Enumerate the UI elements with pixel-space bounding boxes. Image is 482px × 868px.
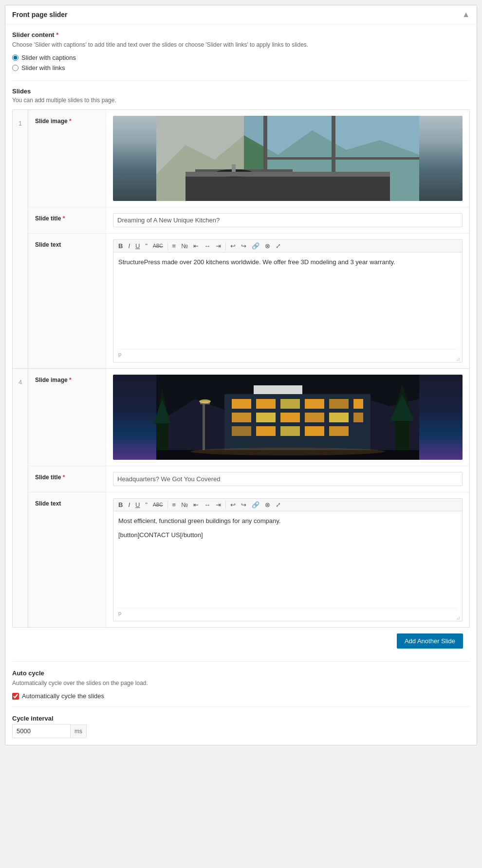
slide-image-svg-4 [113,375,463,460]
toolbar-ul-4[interactable]: ≡ [170,501,178,509]
toolbar-undo-4[interactable]: ↩ [228,501,238,509]
radio-links-label[interactable]: Slider with links [12,64,470,72]
toolbar-sep-4a [167,501,168,509]
svg-rect-35 [232,413,251,422]
toolbar-bold-1[interactable]: B [116,242,125,250]
panel-body: Slider content * Choose 'Slider with cap… [5,24,477,745]
toolbar-align-left-4[interactable]: ⇤ [191,501,201,509]
svg-rect-29 [232,399,251,409]
editor-content-1[interactable]: StructurePress made over 200 kitchens wo… [118,257,457,345]
toolbar-fullscreen-4[interactable]: ⤢ [274,501,283,509]
toolbar-ol-4[interactable]: № [179,501,190,509]
svg-rect-31 [280,399,300,409]
radio-captions-label[interactable]: Slider with captions [12,54,470,61]
toolbar-ol-1[interactable]: № [179,242,190,250]
toolbar-fullscreen-1[interactable]: ⤢ [274,242,283,250]
toolbar-align-right-1[interactable]: ⇥ [214,242,223,250]
slide-title-input-4[interactable] [113,472,463,486]
toolbar-redo-1[interactable]: ↪ [239,242,248,250]
svg-point-27 [199,399,211,403]
toolbar-italic-4[interactable]: I [126,501,132,509]
svg-rect-16 [185,172,390,177]
svg-rect-37 [280,413,300,422]
svg-rect-12 [185,174,390,201]
toolbar-align-right-4[interactable]: ⇥ [214,501,223,509]
slide-title-input-1[interactable] [113,213,463,227]
toolbar-strikethrough-4[interactable]: ABC [151,502,165,508]
resize-handle-1[interactable]: ⊿ [456,356,461,361]
image-input-col-1 [106,110,469,207]
slide-image-1[interactable] [113,116,463,201]
auto-cycle-checkbox-text: Automatically cycle the slides [22,692,104,700]
slide-image-4[interactable] [113,375,463,460]
toolbar-underline-4[interactable]: U [133,501,142,509]
auto-cycle-checkbox-label[interactable]: Automatically cycle the slides [12,692,470,700]
slider-content-title: Slider content * [12,31,470,38]
collapse-icon[interactable]: ▲ [462,10,470,19]
section-divider-1 [12,80,470,81]
slide-image-row-1: Slide image * [28,110,469,207]
svg-rect-32 [305,399,324,409]
svg-rect-48 [254,385,302,394]
radio-links-input[interactable] [12,65,19,71]
cycle-interval-input-group: ms [12,724,470,738]
image-label-1: Slide image * [28,110,106,207]
slider-type-radio-group: Slider with captions Slider with links [12,54,470,72]
toolbar-underline-1[interactable]: U [133,242,142,250]
toolbar-link-4[interactable]: 🔗 [250,501,261,509]
slide-title-row-1: Slide title * [28,207,469,234]
radio-captions-input[interactable] [12,54,19,61]
toolbar-redo-4[interactable]: ↪ [239,501,248,509]
svg-point-47 [190,448,385,455]
editor-area-1[interactable]: StructurePress made over 200 kitchens wo… [113,252,463,362]
toolbar-align-center-4[interactable]: ↔ [202,501,212,509]
cycle-interval-suffix: ms [71,724,87,738]
toolbar-align-center-1[interactable]: ↔ [202,242,212,250]
svg-rect-39 [329,413,349,422]
editor-text-4b: [button]CONTACT US[/button] [118,530,457,541]
slides-desc: You can add multiple slides to this page… [12,97,470,104]
toolbar-unlink-1[interactable]: ⊗ [263,242,272,250]
svg-rect-3 [161,121,185,127]
title-label-1: Slide title * [28,207,106,233]
cycle-interval-input[interactable] [12,724,71,738]
toolbar-strikethrough-1[interactable]: ABC [151,243,165,250]
slide-text-row-4: Slide text B I U " ABC ≡ [28,492,469,627]
svg-rect-36 [256,413,276,422]
editor-area-4[interactable]: Most efficient, functional green buildin… [113,511,463,621]
panel-header: Front page slider ▲ [5,5,477,24]
toolbar-unlink-4[interactable]: ⊗ [263,501,272,509]
svg-rect-34 [353,399,363,409]
slide-text-row-1: Slide text B I U " ABC ≡ [28,234,469,368]
resize-handle-4[interactable]: ⊿ [456,615,461,620]
add-slide-button[interactable]: Add Another Slide [397,633,463,649]
toolbar-bold-4[interactable]: B [116,501,125,509]
svg-rect-30 [256,399,276,409]
editor-footer-1: p [118,349,457,357]
radio-captions-text: Slider with captions [21,54,76,61]
auto-cycle-checkbox[interactable] [12,693,19,700]
toolbar-blockquote-1[interactable]: " [143,242,149,250]
svg-rect-42 [256,426,276,436]
toolbar-italic-1[interactable]: I [126,242,132,250]
cycle-interval-section: Cycle interval ms [12,715,470,738]
toolbar-undo-1[interactable]: ↩ [228,242,238,250]
text-editor-col-1: B I U " ABC ≡ № ⇤ ↔ [106,234,469,368]
cycle-interval-title: Cycle interval [12,715,470,722]
slider-content-section: Slider content * Choose 'Slider with cap… [12,31,470,72]
toolbar-link-1[interactable]: 🔗 [250,242,261,250]
text-editor-col-4: B I U " ABC ≡ № ⇤ ↔ [106,492,469,627]
editor-content-4[interactable]: Most efficient, functional green buildin… [118,516,457,604]
editor-toolbar-4: B I U " ABC ≡ № ⇤ ↔ [113,498,463,511]
slide-item-4: 4 Slide image * [13,369,469,627]
auto-cycle-title: Auto cycle [12,669,470,677]
svg-rect-40 [353,413,363,422]
text-label-4: Slide text [28,492,106,627]
text-label-1: Slide text [28,234,106,368]
section-divider-3 [12,706,470,707]
toolbar-align-left-1[interactable]: ⇤ [191,242,201,250]
toolbar-ul-1[interactable]: ≡ [170,242,178,250]
svg-rect-6 [181,129,210,135]
toolbar-blockquote-4[interactable]: " [143,501,149,509]
image-input-col-4 [106,369,469,466]
